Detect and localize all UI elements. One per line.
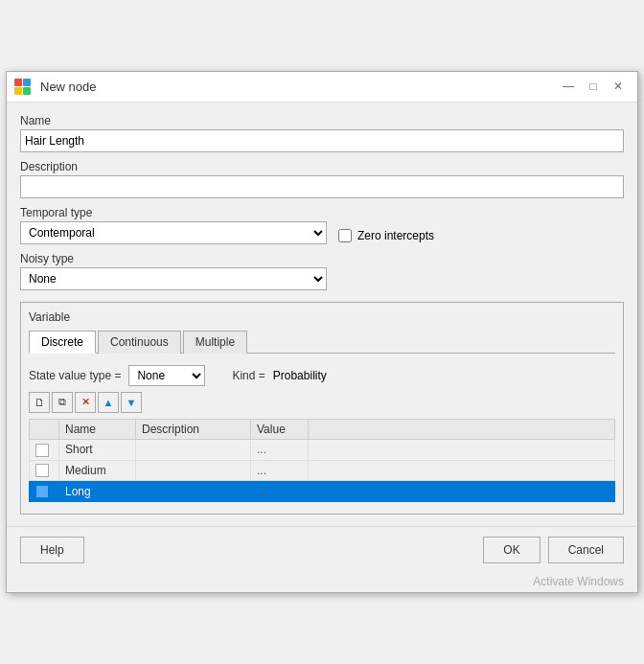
footer-actions: OK Cancel — [483, 537, 624, 563]
delete-state-button[interactable]: ✕ — [75, 392, 96, 413]
zero-intercepts-label: Zero intercepts — [357, 229, 434, 242]
state-value-type-label: State value type = — [29, 369, 121, 382]
name-input[interactable] — [20, 129, 624, 152]
state-name-cell: Long — [59, 481, 136, 502]
copy-state-button[interactable]: ⧉ — [52, 392, 73, 413]
noisy-select[interactable]: None — [20, 267, 327, 290]
discrete-tab-content: State value type = None Kind = Probabili… — [29, 361, 615, 506]
temporal-label: Temporal type — [20, 206, 327, 219]
state-value-row: State value type = None Kind = Probabili… — [29, 365, 615, 386]
states-table: Name Description Value Short ... — [29, 419, 615, 502]
zero-intercepts-checkbox[interactable] — [338, 229, 352, 242]
maximize-button[interactable]: □ — [582, 75, 605, 98]
state-name-cell: Short — [59, 439, 136, 460]
state-value-cell: ... — [251, 439, 309, 460]
col-description-header: Description — [136, 419, 251, 439]
description-input[interactable] — [20, 175, 624, 198]
noisy-field-group: Noisy type None — [20, 252, 624, 290]
title-controls: — □ ✕ — [557, 75, 630, 98]
row-icon-cell — [30, 460, 59, 481]
row-icon-cell — [30, 481, 59, 502]
states-table-body: Short ... Medium ... — [30, 439, 615, 501]
state-value-type-select[interactable]: None — [128, 365, 205, 386]
noisy-label: Noisy type — [20, 252, 624, 265]
table-row[interactable]: Short ... — [30, 439, 615, 460]
title-bar: New node — □ ✕ — [7, 72, 637, 103]
move-down-button[interactable]: ▼ — [121, 392, 142, 413]
variable-section-label: Variable — [29, 310, 615, 324]
title-bar-left: New node — [14, 79, 97, 95]
state-desc-cell — [136, 460, 251, 481]
state-value-cell: ... — [251, 460, 309, 481]
name-field-group: Name — [20, 114, 624, 152]
col-name-header: Name — [59, 419, 136, 439]
state-icon — [35, 485, 49, 498]
close-button[interactable]: ✕ — [607, 75, 630, 98]
move-up-button[interactable]: ▲ — [98, 392, 119, 413]
name-label: Name — [20, 114, 624, 127]
state-icon — [35, 464, 49, 477]
row-icon-cell — [30, 439, 59, 460]
col-value-header: Value — [251, 419, 309, 439]
help-button[interactable]: Help — [20, 537, 84, 563]
variable-toolbar: 🗋 ⧉ ✕ ▲ ▼ — [29, 392, 615, 413]
col-icon-header — [30, 419, 59, 439]
temporal-row: Temporal type Contemporal Zero intercept… — [20, 206, 624, 244]
table-row[interactable]: Medium ... — [30, 460, 615, 481]
kind-label: Kind = — [232, 369, 264, 382]
watermark: Activate Windows — [7, 573, 637, 592]
tab-discrete[interactable]: Discrete — [29, 331, 96, 354]
ok-button[interactable]: OK — [483, 537, 540, 563]
col-rest-header — [309, 419, 615, 439]
temporal-select[interactable]: Contemporal — [20, 221, 327, 244]
footer: Help OK Cancel — [7, 526, 637, 573]
description-field-group: Description — [20, 160, 624, 198]
state-icon — [35, 444, 49, 457]
cancel-button[interactable]: Cancel — [548, 537, 624, 563]
state-extra-cell — [309, 460, 615, 481]
state-name-cell: Medium — [59, 460, 136, 481]
temporal-field-group: Temporal type Contemporal — [20, 206, 327, 244]
kind-value: Probability — [273, 369, 327, 382]
state-extra-cell — [309, 439, 615, 460]
table-row[interactable]: Long ... — [30, 481, 615, 502]
variable-section: Variable Discrete Continuous Multiple St… — [20, 302, 624, 515]
window-title: New node — [40, 80, 97, 94]
minimize-button[interactable]: — — [557, 75, 580, 98]
state-extra-cell — [309, 481, 615, 502]
form-content: Name Description Temporal type Contempor… — [7, 103, 637, 526]
add-state-button[interactable]: 🗋 — [29, 392, 50, 413]
state-value-cell: ... — [251, 481, 309, 502]
state-desc-cell — [136, 481, 251, 502]
table-header-row: Name Description Value — [30, 419, 615, 439]
variable-tabs: Discrete Continuous Multiple — [29, 330, 615, 354]
description-label: Description — [20, 160, 624, 173]
zero-intercepts-group: Zero intercepts — [338, 229, 434, 242]
tab-continuous[interactable]: Continuous — [98, 331, 181, 354]
main-window: New node — □ ✕ Name Description Temporal… — [6, 71, 638, 593]
app-icon — [14, 79, 31, 95]
tab-multiple[interactable]: Multiple — [183, 331, 247, 354]
state-desc-cell — [136, 439, 251, 460]
